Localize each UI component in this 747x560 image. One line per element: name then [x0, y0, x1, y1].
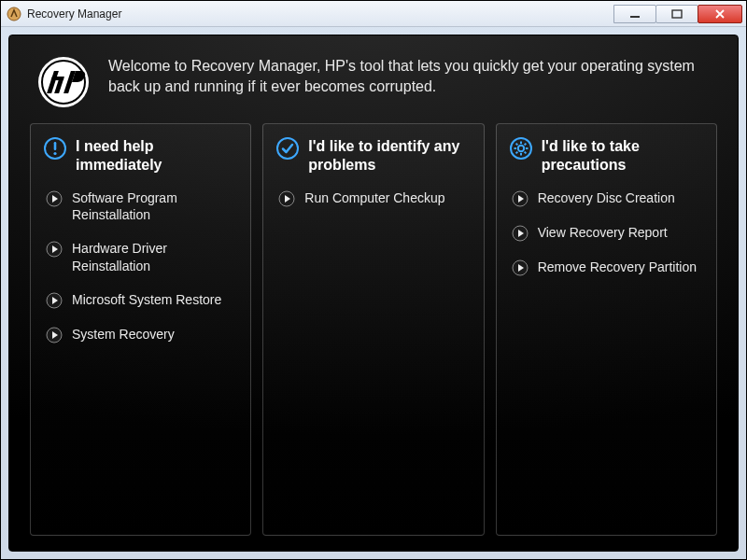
window-title: Recovery Manager	[27, 7, 614, 21]
titlebar[interactable]: Recovery Manager	[1, 1, 746, 27]
svg-point-20	[277, 138, 298, 159]
option-hardware-driver-reinstall[interactable]: Hardware Driver Reinstallation	[46, 240, 237, 273]
item-list: Run Computer Checkup	[276, 189, 470, 207]
svg-rect-1	[630, 16, 640, 18]
app-icon	[7, 7, 21, 21]
alert-icon	[44, 137, 66, 160]
play-icon	[512, 225, 529, 242]
option-label: Run Computer Checkup	[304, 189, 444, 206]
hp-logo-icon	[37, 56, 90, 108]
item-list: Software Program Reinstallation Hardware…	[44, 189, 237, 343]
option-software-reinstall[interactable]: Software Program Reinstallation	[46, 189, 237, 223]
column-title: I'd like to identify any problems	[308, 137, 470, 175]
column-header: I'd like to identify any problems	[276, 137, 470, 175]
option-system-restore[interactable]: Microsoft System Restore	[46, 291, 237, 309]
option-label: System Recovery	[72, 326, 175, 343]
play-icon	[278, 190, 295, 207]
option-run-checkup[interactable]: Run Computer Checkup	[278, 189, 470, 207]
column-take-precautions: I'd like to take precautions Recovery Di…	[496, 123, 717, 536]
svg-rect-2	[672, 10, 682, 18]
item-list: Recovery Disc Creation View Recovery Rep…	[510, 189, 703, 276]
svg-point-3	[38, 57, 89, 107]
svg-line-32	[515, 152, 517, 154]
close-button[interactable]	[698, 5, 742, 23]
play-icon	[512, 259, 529, 276]
gear-icon	[510, 137, 532, 160]
column-title: I need help immediately	[76, 137, 237, 175]
svg-rect-10	[54, 142, 57, 150]
play-icon	[512, 190, 529, 207]
svg-point-24	[517, 146, 523, 151]
option-label: Software Program Reinstallation	[72, 189, 237, 223]
option-recovery-disc-creation[interactable]: Recovery Disc Creation	[512, 189, 703, 207]
column-identify-problems: I'd like to identify any problems Run Co…	[262, 123, 484, 536]
column-header: I need help immediately	[44, 137, 237, 175]
columns: I need help immediately Software Program…	[30, 123, 717, 536]
svg-line-31	[524, 144, 526, 146]
svg-point-11	[53, 152, 56, 155]
option-label: View Recovery Report	[538, 224, 668, 241]
window-controls	[614, 5, 742, 23]
play-icon	[46, 241, 63, 258]
column-header: I'd like to take precautions	[510, 137, 703, 175]
intro-text: Welcome to Recovery Manager, HP's tool t…	[108, 56, 710, 98]
intro-row: Welcome to Recovery Manager, HP's tool t…	[30, 52, 717, 118]
play-icon	[46, 292, 63, 309]
play-icon	[46, 327, 63, 343]
option-label: Recovery Disc Creation	[538, 189, 675, 206]
option-label: Hardware Driver Reinstallation	[72, 240, 237, 273]
option-remove-recovery-partition[interactable]: Remove Recovery Partition	[512, 259, 703, 276]
option-label: Remove Recovery Partition	[538, 259, 697, 275]
play-icon	[46, 190, 63, 207]
column-help-immediately: I need help immediately Software Program…	[30, 123, 251, 536]
svg-point-23	[511, 138, 531, 159]
svg-line-30	[524, 152, 526, 154]
column-title: I'd like to take precautions	[542, 137, 703, 175]
content-panel: Welcome to Recovery Manager, HP's tool t…	[8, 35, 739, 552]
client-area: Welcome to Recovery Manager, HP's tool t…	[1, 27, 746, 559]
maximize-button[interactable]	[655, 5, 698, 23]
application-window: Recovery Manager	[0, 0, 747, 560]
minimize-button[interactable]	[613, 5, 656, 23]
option-view-recovery-report[interactable]: View Recovery Report	[512, 224, 703, 242]
svg-line-29	[515, 144, 517, 146]
check-icon	[276, 137, 299, 160]
option-label: Microsoft System Restore	[72, 291, 221, 308]
option-system-recovery[interactable]: System Recovery	[46, 326, 237, 343]
svg-rect-7	[51, 77, 64, 80]
